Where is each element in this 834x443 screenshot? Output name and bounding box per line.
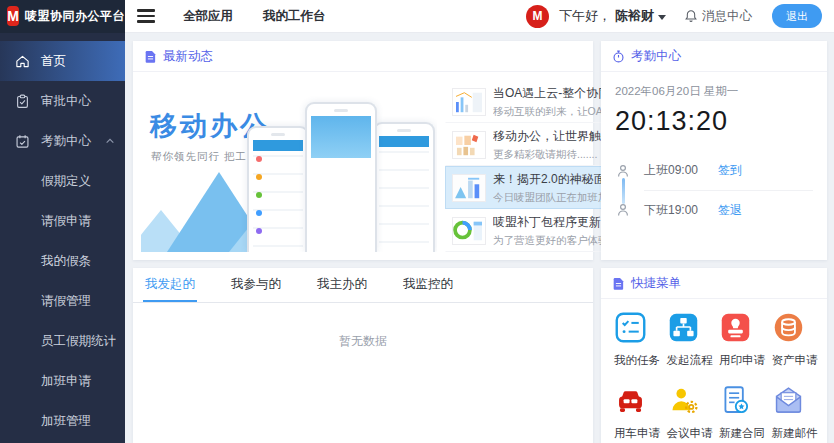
nav-all-apps[interactable]: 全部应用 xyxy=(183,8,233,25)
stamp-icon xyxy=(719,311,752,344)
message-center-link[interactable]: 消息中心 xyxy=(684,8,752,25)
document-icon xyxy=(612,277,625,290)
stopwatch-icon xyxy=(612,50,625,63)
message-center-label: 消息中心 xyxy=(702,8,752,25)
phone-mockup xyxy=(305,102,377,252)
quick-item-label: 用印申请 xyxy=(719,353,767,368)
brand-logo: M xyxy=(7,6,19,26)
quick-item-vehicle-request[interactable]: 用车申请 xyxy=(609,384,662,441)
sidebar-item-label: 审批中心 xyxy=(41,93,91,110)
greeting-text: 下午好， xyxy=(559,7,611,25)
attendance-row: 下班19:00 签退 xyxy=(615,190,813,229)
meeting-person-icon xyxy=(667,384,700,417)
shift-label: 下班19:00 xyxy=(644,202,718,219)
username: 陈裕财 xyxy=(615,7,654,25)
quick-item-label: 发起流程 xyxy=(667,353,715,368)
bell-icon xyxy=(684,9,698,23)
sidebar-item-employee-leave-stats[interactable]: 员工假期统计 xyxy=(0,321,125,361)
task-list-icon xyxy=(614,311,647,344)
sidebar-item-overtime-request[interactable]: 加班申请 xyxy=(0,361,125,401)
calendar-icon xyxy=(15,134,30,149)
topbar-right: M 下午好， 陈裕财 消息中心 退出 xyxy=(526,4,834,28)
mail-icon xyxy=(772,384,805,417)
quick-menu-header: 快捷菜单 xyxy=(601,268,827,299)
attendance-row: 上班09:00 签到 xyxy=(615,151,813,190)
flow-icon xyxy=(667,311,700,344)
menu-toggle-icon[interactable] xyxy=(137,6,155,25)
phone-mockups xyxy=(247,90,435,252)
quick-item-label: 用车申请 xyxy=(614,426,662,441)
sign-in-link[interactable]: 签到 xyxy=(718,162,742,179)
contract-icon xyxy=(719,384,752,417)
car-icon xyxy=(614,384,647,417)
attendance-clock: 20:13:20 xyxy=(615,106,813,137)
news-body: 移动办公 帮你领先同行 把工作带出办公室 xyxy=(133,72,593,260)
chevron-up-icon xyxy=(105,137,115,145)
quick-item-meeting-request[interactable]: 会议申请 xyxy=(662,384,715,441)
sidebar-item-label: 首页 xyxy=(41,53,66,70)
caret-down-icon xyxy=(658,15,666,20)
quick-item-label: 新建邮件 xyxy=(772,426,820,441)
user-menu[interactable]: 下午好， 陈裕财 xyxy=(559,7,666,25)
timeline-connector xyxy=(622,178,625,204)
logo-area: M 唛盟协同办公平台 xyxy=(0,0,125,33)
person-icon xyxy=(615,163,631,179)
quick-item-seal-request[interactable]: 用印申请 xyxy=(714,311,767,368)
sidebar: 首页 审批中心 考勤中心 假期定义 请假申请 我的假条 请假管理 员工假期统计 … xyxy=(0,33,125,443)
attendance-header: 考勤中心 xyxy=(601,41,827,72)
quick-menu-grid: 我的任务 发起流程 用印申请 xyxy=(601,299,827,441)
panel-title: 最新动态 xyxy=(163,48,213,65)
sidebar-item-approval-center[interactable]: 审批中心 xyxy=(0,81,125,121)
document-icon xyxy=(144,50,157,63)
news-thumbnail xyxy=(452,131,486,159)
news-thumbnail xyxy=(452,88,486,116)
news-thumbnail xyxy=(452,174,486,202)
tasks-panel: 我发起的 我参与的 我主办的 我监控的 暂无数据 xyxy=(133,268,593,443)
latest-news-panel: 最新动态 移动办公 帮你领先同行 把工作带出办公室 xyxy=(133,41,593,260)
quick-item-my-tasks[interactable]: 我的任务 xyxy=(609,311,662,368)
attendance-panel: 考勤中心 2022年06月20日 星期一 20:13:20 上班09:00 签到 xyxy=(601,41,827,260)
logout-button[interactable]: 退出 xyxy=(772,4,822,28)
latest-news-header: 最新动态 xyxy=(133,41,593,72)
sidebar-item-attendance-center[interactable]: 考勤中心 xyxy=(0,121,125,161)
tasks-tabbar: 我发起的 我参与的 我主办的 我监控的 xyxy=(133,268,593,303)
tab-monitored-by-me[interactable]: 我监控的 xyxy=(401,268,455,302)
promo-banner: 移动办公 帮你领先同行 把工作带出办公室 xyxy=(141,80,437,252)
sidebar-item-overtime-management[interactable]: 加班管理 xyxy=(0,401,125,441)
nav-my-workbench[interactable]: 我的工作台 xyxy=(263,8,326,25)
sidebar-item-home[interactable]: 首页 xyxy=(0,41,125,81)
quick-item-label: 会议申请 xyxy=(667,426,715,441)
attendance-date: 2022年06月20日 星期一 xyxy=(615,84,813,99)
quick-item-label: 新建合同 xyxy=(719,426,767,441)
app-title: 唛盟协同办公平台 xyxy=(25,8,125,25)
sidebar-item-my-leave-notes[interactable]: 我的假条 xyxy=(0,241,125,281)
quick-item-new-mail[interactable]: 新建邮件 xyxy=(767,384,820,441)
quick-item-new-contract[interactable]: 新建合同 xyxy=(714,384,767,441)
news-thumbnail xyxy=(452,217,486,245)
quick-item-start-flow[interactable]: 发起流程 xyxy=(662,311,715,368)
tab-initiated-by-me[interactable]: 我发起的 xyxy=(143,268,197,302)
top-nav: 全部应用 我的工作台 xyxy=(183,8,326,25)
user-avatar[interactable]: M xyxy=(526,5,549,28)
phone-mockup xyxy=(247,126,309,252)
panel-title: 快捷菜单 xyxy=(631,275,681,292)
attendance-rows: 上班09:00 签到 下班19:00 签退 xyxy=(615,151,813,229)
topbar: M 唛盟协同办公平台 全部应用 我的工作台 M 下午好， 陈裕财 消息中心 退出 xyxy=(0,0,834,33)
clipboard-icon xyxy=(15,94,30,109)
tab-participated-by-me[interactable]: 我参与的 xyxy=(229,268,283,302)
quick-item-label: 我的任务 xyxy=(614,353,662,368)
attendance-body: 2022年06月20日 星期一 20:13:20 上班09:00 签到 下班19… xyxy=(601,72,827,229)
sign-out-link[interactable]: 签退 xyxy=(718,202,742,219)
sidebar-item-leave-request[interactable]: 请假申请 xyxy=(0,201,125,241)
home-icon xyxy=(15,54,30,69)
asset-database-icon xyxy=(772,311,805,344)
quick-item-asset-request[interactable]: 资产申请 xyxy=(767,311,820,368)
tab-hosted-by-me[interactable]: 我主办的 xyxy=(315,268,369,302)
sidebar-item-leave-management[interactable]: 请假管理 xyxy=(0,281,125,321)
sidebar-item-holiday-definition[interactable]: 假期定义 xyxy=(0,161,125,201)
phone-mockup xyxy=(373,122,435,252)
empty-state-text: 暂无数据 xyxy=(133,333,593,350)
shift-label: 上班09:00 xyxy=(644,162,718,179)
panel-title: 考勤中心 xyxy=(631,48,681,65)
quick-menu-panel: 快捷菜单 我的任务 发起流程 xyxy=(601,268,827,443)
